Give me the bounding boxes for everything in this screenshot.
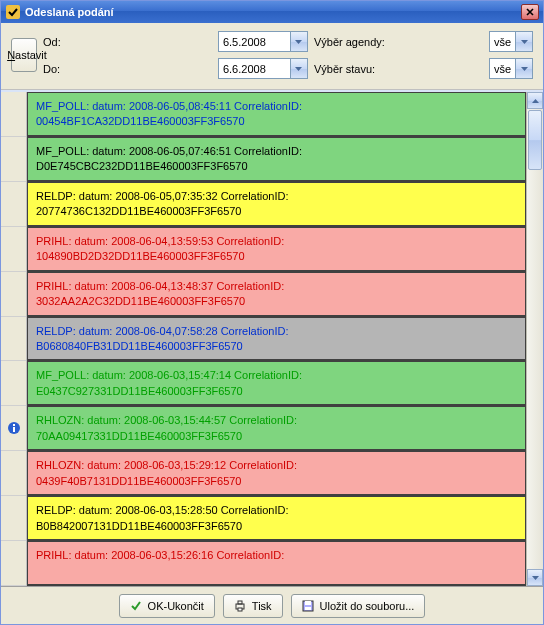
row-line-1: RELDP: datum: 2008-06-03,15:28:50 Correl… xyxy=(36,503,517,518)
do-label: Do: xyxy=(43,63,212,75)
svg-rect-6 xyxy=(13,427,15,432)
row-line-2: 104890BD2D32DD11BE460003FF3F6570 xyxy=(36,249,517,264)
row-line-2: 3032AA2A2C32DD11BE460003FF3F6570 xyxy=(36,294,517,309)
row-line-2: D0E745CBC232DD11BE460003FF3F6570 xyxy=(36,159,517,174)
row-line-1: PRIHL: datum: 2008-06-04,13:48:37 Correl… xyxy=(36,279,517,294)
row-line-2: 70AA09417331DD11BE460003FF3F6570 xyxy=(36,429,517,444)
gutter-slot xyxy=(1,227,26,272)
do-date-value: 6.6.2008 xyxy=(219,63,290,75)
od-date-value: 6.5.2008 xyxy=(219,36,290,48)
row-line-1: PRIHL: datum: 2008-06-03,15:26:16 Correl… xyxy=(36,548,517,563)
info-icon xyxy=(7,421,21,435)
gutter-slot xyxy=(1,361,26,406)
svg-rect-10 xyxy=(238,608,242,611)
gutter-slot xyxy=(1,92,26,137)
gutter-slot xyxy=(1,406,26,451)
table-row[interactable]: RHLOZN: datum: 2008-06-03,15:29:12 Corre… xyxy=(27,451,526,496)
scroll-down-button[interactable] xyxy=(527,569,543,586)
row-line-2: 20774736C132DD11BE460003FF3F6570 xyxy=(36,204,517,219)
scroll-track[interactable] xyxy=(527,171,543,569)
chevron-down-icon[interactable] xyxy=(290,59,307,78)
ulozit-label: Uložit do souboru... xyxy=(320,600,415,612)
row-line-1: RHLOZN: datum: 2008-06-03,15:29:12 Corre… xyxy=(36,458,517,473)
table-row[interactable]: MF_POLL: datum: 2008-06-05,07:46:51 Corr… xyxy=(27,137,526,182)
stav-value: vše xyxy=(490,63,515,75)
row-line-2: 0439F40B7131DD11BE460003FF3F6570 xyxy=(36,474,517,489)
svg-rect-0 xyxy=(6,5,20,19)
tisk-label: Tisk xyxy=(252,600,272,612)
od-date-combo[interactable]: 6.5.2008 xyxy=(218,31,308,52)
gutter-slot xyxy=(1,541,26,586)
save-icon xyxy=(302,600,314,612)
svg-rect-12 xyxy=(305,601,311,605)
print-icon xyxy=(234,600,246,612)
row-line-2: B0B842007131DD11BE460003FF3F6570 xyxy=(36,519,517,534)
table-row[interactable]: RELDP: datum: 2008-06-03,15:28:50 Correl… xyxy=(27,496,526,541)
table-row[interactable]: PRIHL: datum: 2008-06-03,15:26:16 Correl… xyxy=(27,541,526,586)
chevron-down-icon[interactable] xyxy=(515,32,532,51)
table-row[interactable]: MF_POLL: datum: 2008-06-03,15:47:14 Corr… xyxy=(27,361,526,406)
window: Odeslaná podání Od: 6.5.2008 Výběr agend… xyxy=(0,0,544,625)
tisk-button[interactable]: Tisk xyxy=(223,594,283,618)
scroll-thumb[interactable] xyxy=(528,110,542,170)
do-date-combo[interactable]: 6.6.2008 xyxy=(218,58,308,79)
titlebar[interactable]: Odeslaná podání xyxy=(1,1,543,23)
od-label: Od: xyxy=(43,36,212,48)
row-line-1: RELDP: datum: 2008-06-05,07:35:32 Correl… xyxy=(36,189,517,204)
agenda-label: Výběr agendy: xyxy=(314,36,483,48)
stav-label: Výběr stavu: xyxy=(314,63,483,75)
row-line-1: RELDP: datum: 2008-06-04,07:58:28 Correl… xyxy=(36,324,517,339)
row-line-2: 00454BF1CA32DD11BE460003FF3F6570 xyxy=(36,114,517,129)
table-row[interactable]: RELDP: datum: 2008-06-05,07:35:32 Correl… xyxy=(27,182,526,227)
table-row[interactable]: PRIHL: datum: 2008-06-04,13:59:53 Correl… xyxy=(27,227,526,272)
nastavit-label: Nastavit xyxy=(7,49,47,61)
table-row[interactable]: MF_POLL: datum: 2008-06-05,08:45:11 Corr… xyxy=(27,92,526,137)
gutter-slot xyxy=(1,272,26,317)
check-icon xyxy=(130,600,142,612)
row-line-1: RHLOZN: datum: 2008-06-03,15:44:57 Corre… xyxy=(36,413,517,428)
gutter-slot xyxy=(1,451,26,496)
ok-button[interactable]: OK-Ukončit xyxy=(119,594,215,618)
window-title: Odeslaná podání xyxy=(25,6,521,18)
row-line-2: E0437C927331DD11BE460003FF3F6570 xyxy=(36,384,517,399)
table-row[interactable]: PRIHL: datum: 2008-06-04,13:48:37 Correl… xyxy=(27,272,526,317)
gutter-slot xyxy=(1,137,26,182)
close-button[interactable] xyxy=(521,4,539,20)
chevron-down-icon[interactable] xyxy=(515,59,532,78)
row-gutter xyxy=(1,92,27,586)
row-line-1: MF_POLL: datum: 2008-06-05,08:45:11 Corr… xyxy=(36,99,517,114)
gutter-slot xyxy=(1,317,26,362)
svg-rect-13 xyxy=(305,607,311,610)
row-line-1: PRIHL: datum: 2008-06-04,13:59:53 Correl… xyxy=(36,234,517,249)
ok-label: OK-Ukončit xyxy=(148,600,204,612)
ulozit-button[interactable]: Uložit do souboru... xyxy=(291,594,426,618)
agenda-combo[interactable]: vše xyxy=(489,31,533,52)
row-line-1: MF_POLL: datum: 2008-06-05,07:46:51 Corr… xyxy=(36,144,517,159)
table-row[interactable]: RELDP: datum: 2008-06-04,07:58:28 Correl… xyxy=(27,317,526,362)
svg-rect-9 xyxy=(238,601,242,604)
vertical-scrollbar[interactable] xyxy=(526,92,543,586)
footer-toolbar: OK-Ukončit Tisk Uložit do souboru... xyxy=(1,586,543,624)
filter-panel: Od: 6.5.2008 Výběr agendy: vše Nastavit … xyxy=(1,23,543,90)
row-line-2: B0680840FB31DD11BE460003FF3F6570 xyxy=(36,339,517,354)
list-area: MF_POLL: datum: 2008-06-05,08:45:11 Corr… xyxy=(1,90,543,586)
stav-combo[interactable]: vše xyxy=(489,58,533,79)
svg-rect-7 xyxy=(13,424,15,426)
table-row[interactable]: RHLOZN: datum: 2008-06-03,15:44:57 Corre… xyxy=(27,406,526,451)
gutter-slot xyxy=(1,182,26,227)
agenda-value: vše xyxy=(490,36,515,48)
chevron-down-icon[interactable] xyxy=(290,32,307,51)
scroll-up-button[interactable] xyxy=(527,92,543,109)
gutter-slot xyxy=(1,496,26,541)
app-icon xyxy=(5,4,21,20)
nastavit-button[interactable]: Nastavit xyxy=(11,38,37,72)
row-line-1: MF_POLL: datum: 2008-06-03,15:47:14 Corr… xyxy=(36,368,517,383)
row-list: MF_POLL: datum: 2008-06-05,08:45:11 Corr… xyxy=(27,92,526,586)
close-icon xyxy=(526,8,534,16)
